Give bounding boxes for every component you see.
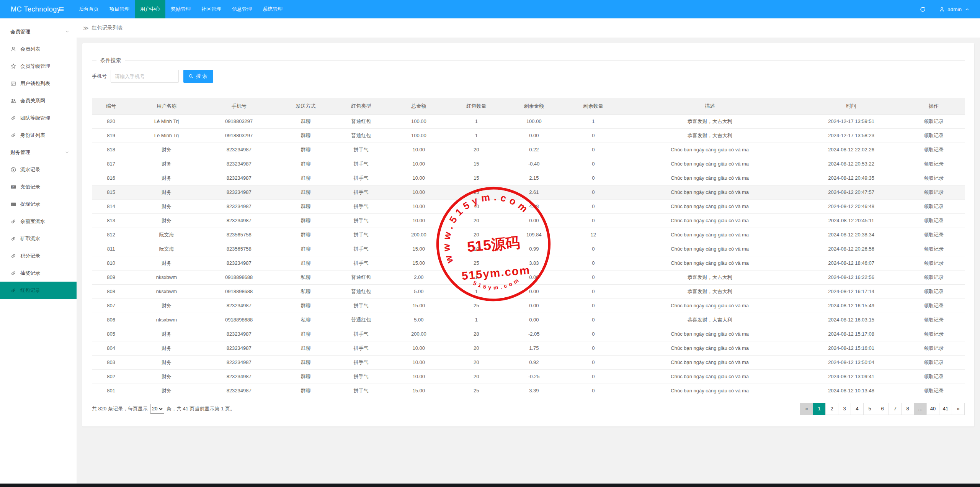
- claim-records-link[interactable]: 领取记录: [924, 175, 944, 181]
- cell-user: 财务: [130, 384, 203, 398]
- claim-records-link[interactable]: 领取记录: [924, 303, 944, 308]
- claim-records-link[interactable]: 领取记录: [924, 161, 944, 167]
- cell-remaining-amount: -2.05: [501, 327, 567, 341]
- sidebar-item-label: 身份证列表: [20, 132, 45, 139]
- refresh-icon[interactable]: [920, 6, 926, 13]
- cell-remaining-amount: 0.00: [501, 284, 567, 298]
- sidebar-item-label: 会员等级管理: [20, 63, 50, 70]
- claim-records-link[interactable]: 领取记录: [924, 345, 944, 351]
- cell-remaining-count: 1: [567, 114, 620, 128]
- cell-time: 2024-08-12 15:16:01: [800, 341, 903, 355]
- sidebar-item[interactable]: 会员等级管理: [0, 57, 77, 75]
- hamburger-menu-icon[interactable]: [54, 0, 69, 18]
- claim-records-link[interactable]: 领取记录: [924, 274, 944, 280]
- claim-records-link[interactable]: 领取记录: [924, 118, 944, 124]
- claim-records-link[interactable]: 领取记录: [924, 147, 944, 152]
- admin-user-menu[interactable]: admin: [939, 7, 970, 12]
- sidebar-item[interactable]: 抽奖记录: [0, 264, 77, 282]
- sidebar-item[interactable]: 会员管理: [0, 23, 77, 40]
- phone-search-input[interactable]: [111, 70, 179, 83]
- pagination: « 1 2 3 4 5 6 7 8 …: [800, 403, 965, 415]
- sidebar-item[interactable]: 积分记录: [0, 247, 77, 264]
- pagination-button[interactable]: 5: [863, 403, 876, 415]
- claim-records-link[interactable]: 领取记录: [924, 260, 944, 266]
- cell-packet-count: 20: [451, 228, 501, 242]
- cell-description: Chúc bạn ngày càng giàu có và ma: [620, 369, 800, 384]
- claim-records-link[interactable]: 领取记录: [924, 331, 944, 337]
- nav-item[interactable]: 用户中心: [135, 0, 165, 18]
- sidebar-item[interactable]: 团队等级管理: [0, 109, 77, 126]
- column-header: 红包类型: [336, 98, 386, 114]
- sidebar-item[interactable]: 流水记录: [0, 161, 77, 178]
- search-button[interactable]: 搜索: [183, 70, 213, 83]
- admin-username: admin: [947, 7, 962, 12]
- nav-item[interactable]: 信息管理: [227, 0, 257, 18]
- sidebar-item[interactable]: 提现记录: [0, 195, 77, 213]
- cell-user: 财务: [130, 171, 203, 185]
- sidebar-item[interactable]: 身份证列表: [0, 126, 77, 144]
- top-nav-menu: 后台首页 项目管理 用户中心 奖励管理 社区管理 信息管理 系统管理: [74, 0, 288, 18]
- cell-description: Chúc bạn ngày càng giàu có và ma: [620, 256, 800, 270]
- sidebar-item[interactable]: 充值记录: [0, 178, 77, 195]
- chevron-down-icon: [65, 29, 70, 34]
- table-row: 806 nksxbwm 0918898688 私聊 普通红包 5.00 1 0.…: [92, 313, 965, 327]
- sidebar-item[interactable]: 财务管理: [0, 144, 77, 161]
- pagination-button[interactable]: 7: [889, 403, 902, 415]
- nav-item-label: 项目管理: [109, 6, 129, 12]
- cell-user: nksxbwm: [130, 313, 203, 327]
- sidebar-item[interactable]: 余额宝流水: [0, 213, 77, 230]
- pagination-button[interactable]: 3: [838, 403, 851, 415]
- table-row: 809 nksxbwm 0918898688 私聊 普通红包 2.00 1 0.…: [92, 270, 965, 284]
- cell-description: Chúc bạn ngày càng giàu có và ma: [620, 384, 800, 398]
- cell-send-type: 群聊: [275, 327, 336, 341]
- cell-send-type: 私聊: [275, 270, 336, 284]
- pagination-button[interactable]: 2: [825, 403, 838, 415]
- cell-total-amount: 10.00: [386, 341, 451, 355]
- sidebar-item[interactable]: 会员关系网: [0, 92, 77, 109]
- sidebar-item[interactable]: 会员列表: [0, 40, 77, 57]
- pagination-button[interactable]: 6: [876, 403, 889, 415]
- cell-description: 恭喜发财，大吉大利: [620, 128, 800, 143]
- cell-id: 807: [92, 298, 130, 313]
- nav-item[interactable]: 系统管理: [257, 0, 288, 18]
- pagination-button[interactable]: 40: [926, 403, 939, 415]
- pagination-button[interactable]: 1: [813, 403, 826, 415]
- cell-send-type: 群聊: [275, 384, 336, 398]
- claim-records-link[interactable]: 领取记录: [924, 289, 944, 294]
- pagination-button[interactable]: 4: [851, 403, 864, 415]
- cell-remaining-count: 0: [567, 384, 620, 398]
- claim-records-link[interactable]: 领取记录: [924, 232, 944, 238]
- nav-item[interactable]: 后台首页: [74, 0, 104, 18]
- sidebar-item[interactable]: 用户钱包列表: [0, 75, 77, 92]
- pagination-button[interactable]: »: [952, 403, 965, 415]
- page-size-select[interactable]: 20: [150, 404, 164, 414]
- nav-item[interactable]: 项目管理: [104, 0, 135, 18]
- cell-id: 802: [92, 369, 130, 384]
- sidebar-item[interactable]: 矿币流水: [0, 230, 77, 247]
- cell-packet-type: 拼手气: [336, 171, 386, 185]
- pagination-button[interactable]: 41: [939, 403, 952, 415]
- nav-item[interactable]: 奖励管理: [165, 0, 196, 18]
- cell-user: 财务: [130, 298, 203, 313]
- sidebar-item[interactable]: 红包记录: [0, 282, 77, 299]
- cell-time: 2024-12-17 13:58:23: [800, 128, 903, 143]
- claim-records-link[interactable]: 领取记录: [924, 388, 944, 394]
- claim-records-link[interactable]: 领取记录: [924, 246, 944, 252]
- cell-send-type: 群聊: [275, 298, 336, 313]
- cell-packet-count: 25: [451, 256, 501, 270]
- pagination-button[interactable]: …: [914, 403, 927, 415]
- cell-packet-type: 拼手气: [336, 384, 386, 398]
- pagination-button[interactable]: «: [800, 403, 813, 415]
- claim-records-link[interactable]: 领取记录: [924, 218, 944, 223]
- claim-records-link[interactable]: 领取记录: [924, 189, 944, 195]
- claim-records-link[interactable]: 领取记录: [924, 203, 944, 209]
- cell-phone: 823234987: [203, 171, 275, 185]
- claim-records-link[interactable]: 领取记录: [924, 317, 944, 323]
- claim-records-link[interactable]: 领取记录: [924, 133, 944, 138]
- claim-records-link[interactable]: 领取记录: [924, 359, 944, 365]
- pagination-button[interactable]: 8: [901, 403, 914, 415]
- nav-item[interactable]: 社区管理: [196, 0, 227, 18]
- cell-description: Chúc bạn ngày càng giàu có và ma: [620, 171, 800, 185]
- claim-records-link[interactable]: 领取记录: [924, 374, 944, 379]
- cell-packet-count: 10: [451, 242, 501, 256]
